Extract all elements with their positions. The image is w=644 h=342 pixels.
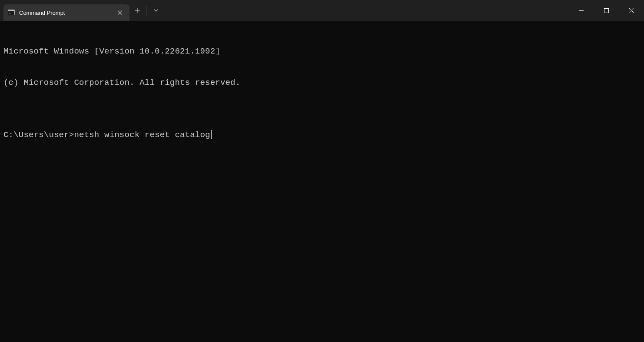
- tab-close-button[interactable]: [116, 8, 124, 17]
- tab-actions: [129, 0, 165, 21]
- titlebar-drag-area[interactable]: [165, 0, 568, 21]
- terminal-cursor: [211, 130, 212, 139]
- svg-rect-8: [604, 8, 608, 13]
- maximize-button[interactable]: [594, 0, 619, 21]
- tab-dropdown-button[interactable]: [147, 2, 165, 19]
- svg-rect-1: [8, 10, 15, 11]
- terminal-prompt: C:\Users\user>: [3, 130, 74, 140]
- terminal-output[interactable]: Microsoft Windows [Version 10.0.22621.19…: [0, 21, 644, 342]
- minimize-button[interactable]: [568, 0, 594, 21]
- new-tab-button[interactable]: [129, 2, 145, 19]
- titlebar[interactable]: >_ Command Prompt: [0, 0, 644, 21]
- terminal-line-version: Microsoft Windows [Version 10.0.22621.19…: [3, 46, 641, 57]
- terminal-icon: >_: [8, 9, 15, 16]
- tabs-area: >_ Command Prompt: [0, 0, 129, 21]
- svg-text:>_: >_: [9, 12, 13, 15]
- terminal-prompt-line: C:\Users\user>netsh winsock reset catalo…: [3, 130, 641, 140]
- terminal-command-input[interactable]: netsh winsock reset catalog: [74, 130, 210, 140]
- window-controls: [568, 0, 644, 21]
- tab-divider: [146, 6, 146, 15]
- tab-title: Command Prompt: [19, 10, 112, 16]
- tab-command-prompt[interactable]: >_ Command Prompt: [3, 4, 129, 21]
- close-button[interactable]: [619, 0, 644, 21]
- terminal-line-copyright: (c) Microsoft Corporation. All rights re…: [3, 77, 641, 88]
